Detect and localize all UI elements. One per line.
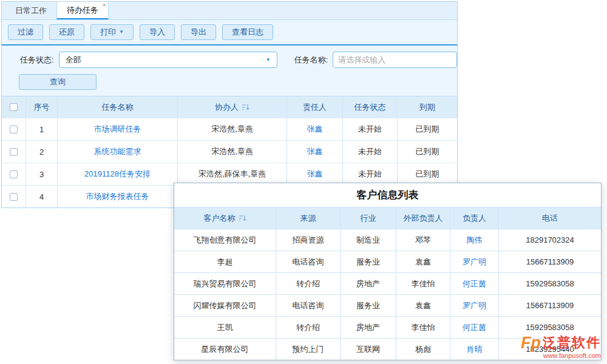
cell-customer-name: 王凯 — [174, 317, 276, 338]
cell-source: 预约上门 — [276, 339, 341, 360]
cell-source: 电话咨询 — [276, 251, 341, 272]
row-checkbox[interactable] — [10, 193, 18, 201]
brand-watermark: Fp 泛普软件 www.fanpusoft.com — [521, 335, 601, 359]
restore-button[interactable]: 还原 — [49, 24, 84, 40]
cell-status: 未开始 — [343, 118, 398, 140]
view-log-button[interactable]: 查看日志 — [222, 24, 273, 40]
cell-task-name: 20191128任务安排 — [58, 163, 178, 185]
caret-down-icon: ▼ — [266, 58, 271, 62]
owner-link[interactable]: 肖晴 — [467, 344, 483, 355]
cell-external-owner: 杨彪 — [396, 339, 450, 360]
row-checkbox[interactable] — [10, 170, 18, 178]
table-row: 李超 电话咨询 服务业 袁鑫 罗广明 15667113909 — [174, 251, 601, 272]
cell-task-name: 系统功能需求 — [58, 141, 178, 163]
cell-phone: 18291702324 — [499, 229, 601, 251]
todo-task-window: 日常工作 待办任务 × 过滤 还原 打印 ▼ 导入 导出 查看日志 任务状态: … — [1, 1, 458, 208]
tab-todo-tasks[interactable]: 待办任务 × — [56, 2, 109, 19]
import-button[interactable]: 导入 — [140, 24, 175, 40]
header-collaborators: 协办人 — [178, 96, 287, 118]
query-button[interactable]: 查询 — [19, 74, 97, 90]
row-checkbox[interactable] — [10, 126, 18, 133]
export-button[interactable]: 导出 — [181, 24, 216, 40]
header-status: 任务状态 — [343, 96, 398, 118]
cell-seq: 3 — [26, 163, 58, 185]
cell-industry: 制造业 — [341, 229, 396, 251]
filter-button[interactable]: 过滤 — [8, 24, 43, 40]
header-owner: 负责人 — [450, 207, 499, 229]
tab-daily-work[interactable]: 日常工作 — [5, 2, 56, 19]
cell-external-owner: 邓琴 — [396, 229, 450, 251]
tab-bar: 日常工作 待办任务 × — [2, 2, 457, 20]
row-checkbox-cell — [2, 186, 26, 207]
owner-link[interactable]: 张鑫 — [307, 169, 323, 180]
table-row: 瑞兴贸易有限公司 转介绍 房地产 李佳怡 何正茵 15929583058 — [174, 272, 601, 294]
table-row: 2 系统功能需求 宋浩然,章燕 张鑫 未开始 已到期 — [2, 141, 457, 163]
tab-label: 待办任务 — [67, 5, 98, 16]
cell-phone: 15667113909 — [499, 251, 601, 272]
cell-owner: 罗广明 — [450, 295, 499, 316]
header-phone: 电话 — [499, 207, 601, 229]
task-name-label: 任务名称: — [294, 55, 328, 66]
owner-link[interactable]: 罗广明 — [463, 257, 486, 268]
header-owner: 责任人 — [287, 96, 343, 118]
task-name-link[interactable]: 20191128任务安排 — [84, 169, 151, 180]
owner-link[interactable]: 何正茵 — [463, 322, 486, 333]
task-status-value: 全部 — [66, 55, 81, 66]
cell-industry: 服务业 — [341, 251, 396, 272]
task-name-link[interactable]: 系统功能需求 — [94, 146, 141, 157]
cell-external-owner: 袁鑫 — [396, 295, 450, 316]
header-seq: 序号 — [26, 96, 58, 118]
cell-collaborators: 宋浩然,章燕 — [178, 118, 287, 140]
table-row: 飞翔创意有限公司 招商资源 制造业 邓琴 陶伟 18291702324 — [174, 229, 601, 251]
brand-name: 泛普软件 — [543, 335, 601, 350]
cell-owner: 罗广明 — [450, 251, 499, 272]
cell-industry: 服务业 — [341, 295, 396, 316]
row-checkbox-cell — [2, 163, 26, 185]
header-checkbox-cell — [2, 96, 26, 118]
task-status-select[interactable]: 全部 ▼ — [59, 52, 277, 68]
task-status-label: 任务状态: — [20, 55, 54, 66]
cell-status: 未开始 — [343, 163, 398, 185]
cell-status: 未开始 — [343, 141, 398, 163]
header-industry: 行业 — [341, 207, 396, 229]
task-name-link[interactable]: 市场调研任务 — [94, 124, 141, 135]
close-icon[interactable]: × — [103, 2, 106, 8]
header-label: 客户名称 — [204, 213, 236, 224]
query-row: 查询 — [2, 74, 457, 96]
cell-owner: 肖晴 — [450, 339, 499, 360]
owner-link[interactable]: 张鑫 — [307, 124, 323, 135]
owner-link[interactable]: 陶伟 — [467, 235, 483, 246]
owner-link[interactable]: 张鑫 — [307, 146, 323, 157]
cell-seq: 1 — [26, 118, 58, 140]
cell-industry: 房地产 — [341, 273, 396, 294]
task-name-input[interactable] — [333, 52, 457, 68]
customer-panel-title: 客户信息列表 — [174, 183, 601, 207]
cell-task-name: 市场调研任务 — [58, 118, 178, 140]
cell-industry: 房地产 — [341, 317, 396, 338]
sort-icon[interactable] — [239, 215, 246, 222]
header-customer-name: 客户名称 — [174, 207, 276, 229]
cell-source: 转介绍 — [276, 317, 341, 338]
cell-external-owner: 李佳怡 — [396, 317, 450, 338]
sort-icon[interactable] — [242, 104, 249, 111]
cell-seq: 2 — [26, 141, 58, 163]
cell-external-owner: 李佳怡 — [396, 273, 450, 294]
cell-phone: 15667113909 — [499, 295, 601, 316]
cell-external-owner: 袁鑫 — [396, 251, 450, 272]
customer-table-header: 客户名称 来源 行业 外部负责人 负责人 电话 — [174, 207, 601, 229]
cell-source: 电话咨询 — [276, 295, 341, 316]
row-checkbox[interactable] — [10, 148, 18, 156]
header-task-name: 任务名称 — [58, 96, 178, 118]
owner-link[interactable]: 罗广明 — [463, 300, 486, 311]
print-button[interactable]: 打印 ▼ — [90, 24, 134, 40]
cell-phone: 15929583058 — [499, 273, 601, 294]
cell-source: 转介绍 — [276, 273, 341, 294]
select-all-checkbox[interactable] — [10, 103, 18, 111]
table-row: 1 市场调研任务 宋浩然,章燕 张鑫 未开始 已到期 — [2, 118, 457, 141]
task-name-link[interactable]: 市场财务报表任务 — [86, 191, 149, 202]
cell-owner: 张鑫 — [287, 163, 343, 185]
toolbar: 过滤 还原 打印 ▼ 导入 导出 查看日志 — [2, 20, 457, 46]
brand-url: www.fanpusoft.com — [521, 352, 601, 359]
owner-link[interactable]: 何正茵 — [463, 278, 486, 289]
cell-owner: 陶伟 — [450, 229, 499, 251]
